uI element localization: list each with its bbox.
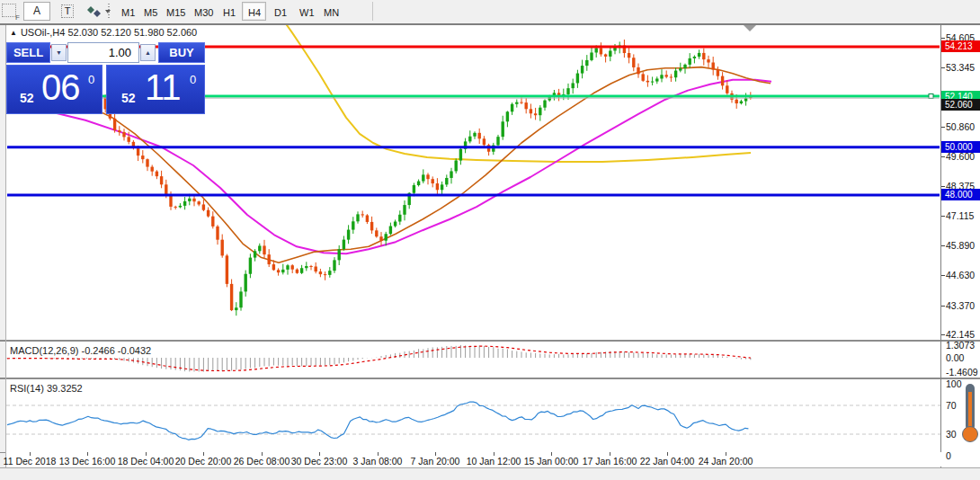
macd-axis-tick: -1.4609 bbox=[946, 368, 978, 378]
toolbar-separator bbox=[372, 2, 373, 21]
chart-window: ▲USOil-,H4 52.030 52.120 51.980 52.060 M… bbox=[0, 23, 980, 480]
timeframe-button-h1[interactable]: H1 bbox=[217, 2, 241, 21]
macd-label: MACD(12,26,9) -0.2466 -0.0432 bbox=[10, 345, 151, 356]
price-tick-mark bbox=[941, 216, 945, 217]
partial-toolbar-label: F bbox=[15, 13, 20, 22]
timeframe-button-w1[interactable]: W1 bbox=[293, 2, 317, 21]
price-tick-mark bbox=[941, 127, 945, 128]
rsi-panel bbox=[6, 379, 940, 452]
sell-price-prefix: 52 bbox=[20, 91, 34, 105]
timeframe-button-d1[interactable]: D1 bbox=[268, 2, 292, 21]
price-tick-mark bbox=[941, 245, 945, 246]
time-tick-mark bbox=[551, 452, 552, 456]
time-label: 13 Dec 16:00 bbox=[59, 456, 115, 467]
price-badge-50.000: 50.000 bbox=[941, 141, 980, 153]
buy-button[interactable]: BUY bbox=[158, 42, 205, 63]
time-tick-mark bbox=[378, 452, 379, 456]
price-tick: 45.890 bbox=[946, 241, 975, 251]
time-label: 22 Jan 04:00 bbox=[640, 456, 695, 467]
sell-price-button[interactable]: 52 06 0 bbox=[6, 65, 102, 114]
panel-divider[interactable] bbox=[0, 378, 980, 379]
toolbar-grip bbox=[108, 4, 110, 20]
macd-axis-tick: 1.3073 bbox=[946, 341, 975, 351]
volume-input[interactable] bbox=[67, 42, 139, 63]
price-tick-mark bbox=[941, 275, 945, 276]
sell-button[interactable]: SELL bbox=[6, 42, 50, 63]
timeframe-button-m30[interactable]: M30 bbox=[188, 2, 216, 21]
rsi-axis-tick: 30 bbox=[946, 430, 957, 440]
buy-price-big: 11 bbox=[145, 67, 181, 108]
time-tick-mark bbox=[87, 452, 88, 456]
timeframe-button-mn[interactable]: MN bbox=[317, 2, 343, 21]
time-tick-mark bbox=[30, 452, 31, 456]
macd-axis-tick: 0.00 bbox=[946, 353, 964, 363]
thermometer-icon bbox=[961, 383, 980, 446]
time-label: 10 Jan 12:00 bbox=[467, 456, 521, 467]
sell-price-big: 06 bbox=[41, 67, 80, 108]
time-tick-mark bbox=[435, 452, 436, 456]
price-badge-52.060: 52.060 bbox=[941, 99, 980, 111]
price-badge-48.000: 48.000 bbox=[941, 189, 980, 200]
collapse-triangle-icon[interactable]: ▲ bbox=[10, 29, 17, 37]
price-tick: 49.600 bbox=[946, 152, 975, 162]
price-tick: 44.630 bbox=[946, 271, 975, 280]
price-tick-mark bbox=[941, 156, 945, 157]
buy-price-button[interactable]: 52 11 0 bbox=[106, 65, 205, 114]
time-tick-mark bbox=[203, 452, 204, 456]
partial-toolbar-icon[interactable]: F bbox=[2, 4, 20, 20]
time-label: 18 Dec 04:00 bbox=[118, 456, 174, 467]
time-label: 7 Jan 20:00 bbox=[411, 456, 460, 467]
timeframe-button-h4[interactable]: H4 bbox=[242, 2, 266, 21]
price-badge-54.213: 54.213 bbox=[941, 40, 980, 52]
price-tick-mark bbox=[941, 67, 945, 68]
shapes-icon bbox=[86, 5, 102, 18]
text-box-button[interactable]: T bbox=[56, 2, 79, 21]
symbol-ohlc-text: USOil-,H4 52.030 52.120 51.980 52.060 bbox=[21, 27, 197, 38]
timeframe-button-m1[interactable]: M1 bbox=[115, 2, 138, 21]
time-tick-mark bbox=[146, 452, 147, 456]
price-tick-mark bbox=[941, 334, 945, 335]
panel-divider[interactable] bbox=[0, 340, 980, 342]
volume-increase-button[interactable]: ▲ bbox=[140, 44, 156, 61]
window-bottom-edge bbox=[0, 467, 980, 480]
chart-shift-marker[interactable] bbox=[744, 25, 756, 31]
rsi-axis-tick: 100 bbox=[946, 379, 962, 389]
time-label: 3 Jan 08:00 bbox=[353, 456, 403, 467]
timeframe-button-m15[interactable]: M15 bbox=[160, 2, 188, 21]
time-tick-mark bbox=[494, 452, 494, 456]
price-tick: 50.860 bbox=[946, 122, 975, 132]
rsi-axis-tick: 70 bbox=[946, 401, 957, 411]
rsi-axis-tick: 0 bbox=[946, 451, 951, 461]
price-tick: 47.115 bbox=[946, 211, 974, 221]
toolbar: F A T M1M5M15M30H1H4D1W1MN bbox=[0, 0, 980, 23]
symbol-ohlc-label: ▲USOil-,H4 52.030 52.120 51.980 52.060 bbox=[10, 27, 197, 38]
dotted-selection-icon bbox=[2, 4, 16, 17]
one-click-trade-panel: SELL ▼ ▲ BUY 52 06 0 52 11 0 bbox=[6, 42, 205, 114]
timeframe-button-m5[interactable]: M5 bbox=[138, 2, 160, 21]
time-tick-mark bbox=[726, 452, 726, 456]
buy-price-sup: 0 bbox=[190, 73, 196, 86]
time-label: 24 Jan 20:00 bbox=[699, 456, 753, 467]
time-tick-mark bbox=[319, 452, 320, 456]
rsi-label: RSI(14) 39.3252 bbox=[10, 383, 83, 394]
time-label: 26 Dec 08:00 bbox=[234, 456, 290, 467]
price-tick-mark bbox=[941, 186, 945, 187]
price-tick: 53.345 bbox=[946, 63, 975, 73]
text-label-button[interactable]: A bbox=[23, 2, 50, 21]
time-tick-mark bbox=[610, 452, 610, 456]
price-tick: 43.370 bbox=[946, 301, 975, 311]
time-label: 17 Jan 16:00 bbox=[583, 456, 637, 467]
time-label: 30 Dec 23:00 bbox=[291, 456, 347, 467]
time-label: 15 Jan 00:00 bbox=[524, 456, 579, 467]
price-tick: 42.145 bbox=[946, 330, 975, 340]
volume-decrease-button[interactable]: ▼ bbox=[51, 44, 67, 61]
price-tick-mark bbox=[941, 306, 945, 307]
time-tick-mark bbox=[262, 452, 263, 456]
sell-price-sup: 0 bbox=[88, 73, 94, 86]
time-label: 11 Dec 2018 bbox=[4, 456, 57, 467]
buy-price-prefix: 52 bbox=[121, 91, 136, 105]
price-tick-mark bbox=[941, 38, 945, 39]
text-box-icon: T bbox=[61, 4, 75, 18]
mt4-window: F A T M1M5M15M30H1H4D1W1MN bbox=[0, 0, 980, 480]
time-label: 20 Dec 20:00 bbox=[175, 456, 231, 467]
